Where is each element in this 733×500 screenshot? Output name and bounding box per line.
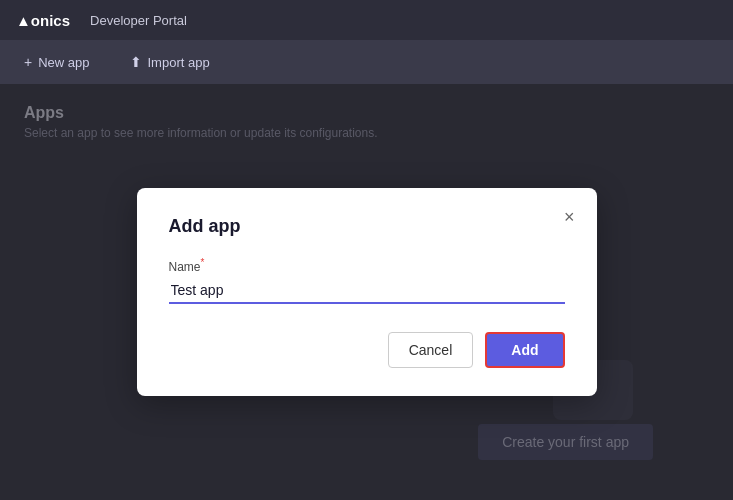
name-field-group: Name* <box>169 257 565 332</box>
modal-title: Add app <box>169 216 565 237</box>
modal-close-button[interactable]: × <box>560 204 579 230</box>
brand-name: onics <box>31 12 70 29</box>
main-content: Apps Select an app to see more informati… <box>0 84 733 500</box>
add-button[interactable]: Add <box>485 332 564 368</box>
new-app-button[interactable]: + New app <box>16 50 98 74</box>
name-label: Name* <box>169 257 565 274</box>
import-app-button[interactable]: ⬆ Import app <box>122 50 218 74</box>
toolbar: + New app ⬆ Import app <box>0 40 733 84</box>
modal-actions: Cancel Add <box>169 332 565 368</box>
import-icon: ⬆ <box>130 54 142 70</box>
topbar: ▲onics Developer Portal <box>0 0 733 40</box>
add-app-modal: × Add app Name* Cancel Add <box>137 188 597 396</box>
portal-title: Developer Portal <box>90 13 187 28</box>
name-input[interactable] <box>169 278 565 304</box>
cancel-button[interactable]: Cancel <box>388 332 474 368</box>
modal-overlay: × Add app Name* Cancel Add <box>0 84 733 500</box>
new-app-label: New app <box>38 55 89 70</box>
plus-icon: + <box>24 54 32 70</box>
brand-logo: ▲onics <box>16 12 70 29</box>
import-app-label: Import app <box>148 55 210 70</box>
